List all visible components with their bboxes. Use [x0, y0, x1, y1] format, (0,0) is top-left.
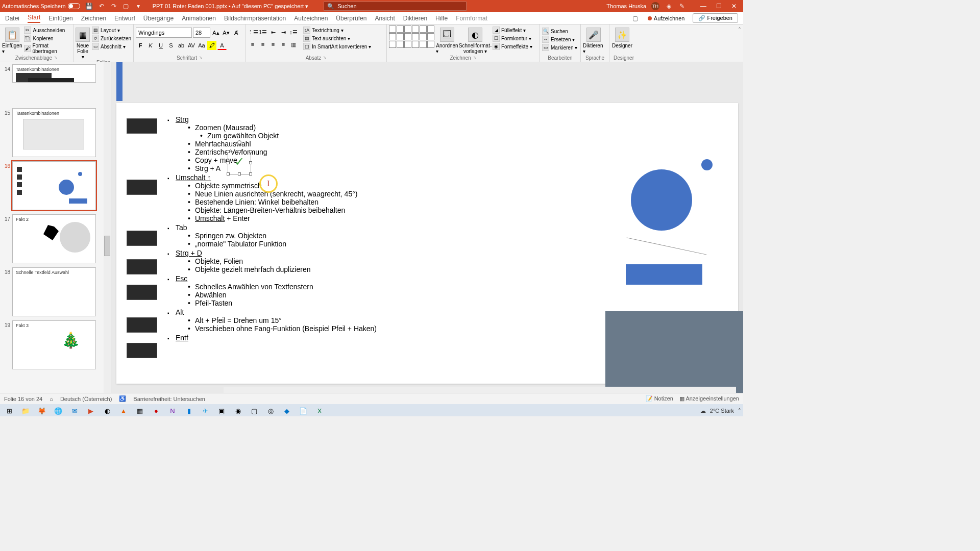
tab-einfuegen[interactable]: Einfügen — [48, 15, 72, 22]
launcher-icon[interactable]: ↘ — [323, 55, 327, 61]
app4-icon[interactable]: ▣ — [214, 405, 229, 416]
minimize-button[interactable]: — — [696, 0, 710, 12]
thumb-18[interactable]: 18Schnelle Textfeld Auswahl — [1, 267, 108, 316]
columns-button[interactable]: ▥ — [289, 40, 298, 49]
onenote-icon[interactable]: N — [165, 405, 180, 416]
shrink-font-button[interactable]: A▾ — [222, 28, 231, 37]
select-button[interactable]: ▭Markieren ▾ — [542, 44, 577, 51]
maximize-button[interactable]: ☐ — [712, 0, 726, 12]
language-label[interactable]: Deutsch (Österreich) — [60, 396, 112, 402]
save-icon[interactable]: 💾 — [85, 2, 93, 10]
telegram-icon[interactable]: ✈ — [198, 405, 212, 416]
app2-icon[interactable]: ▦ — [133, 405, 147, 416]
tab-animationen[interactable]: Animationen — [182, 15, 216, 22]
launcher-icon[interactable]: ↘ — [54, 55, 58, 61]
tab-formformat[interactable]: Formformat — [456, 15, 487, 22]
outline-button[interactable]: ☐Formkontur ▾ — [493, 35, 532, 42]
slideshow-icon[interactable]: ▢ — [122, 2, 130, 10]
tab-diktieren[interactable]: Diktieren — [403, 15, 427, 22]
app5-icon[interactable]: ▢ — [247, 405, 261, 416]
outlook-icon[interactable]: ✉ — [67, 405, 82, 416]
access-icon[interactable]: ♿ — [119, 395, 126, 402]
rotate-handle[interactable] — [237, 140, 241, 144]
thumb-scrollbar[interactable] — [104, 62, 111, 393]
vlc-icon[interactable]: ▲ — [116, 405, 131, 416]
obs-icon[interactable]: ◉ — [231, 405, 245, 416]
thumb-19[interactable]: 19Fakt 3🎄 — [1, 320, 108, 369]
effects-button[interactable]: ◉Formeffekte ▾ — [493, 43, 532, 50]
chrome-icon[interactable]: 🌐 — [51, 405, 65, 416]
search-input[interactable]: 🔍 Suchen — [324, 2, 467, 11]
slide-text-content[interactable]: Strg Zoomen (Mausrad) Zum gewählten Obje… — [167, 115, 728, 343]
undo-icon[interactable]: ↶ — [97, 2, 106, 10]
fill-button[interactable]: ◢Fülleffekt ▾ — [493, 27, 532, 34]
autosave-toggle[interactable]: Automatisches Speichern — [2, 3, 80, 9]
app-icon[interactable]: ◐ — [100, 405, 114, 416]
explorer-icon[interactable]: 📁 — [18, 405, 33, 416]
underline-button[interactable]: U — [156, 41, 165, 50]
firefox-icon[interactable]: 🦊 — [35, 405, 49, 416]
designer-button[interactable]: ✨Designer — [611, 26, 633, 48]
dictate-button[interactable]: 🎤Diktieren ▾ — [583, 26, 604, 54]
blue-rect-1[interactable] — [626, 264, 702, 285]
weather-label[interactable]: 2°C Stark — [710, 408, 734, 414]
smartart-button[interactable]: ◫In SmartArt konvertieren ▾ — [303, 43, 371, 50]
bullets-button[interactable]: ⋮☰ — [248, 28, 257, 37]
cut-button[interactable]: ✂Ausschneiden — [24, 27, 71, 34]
font-size-input[interactable]: 28 — [193, 28, 210, 38]
italic-button[interactable]: K — [146, 41, 155, 50]
new-slide-button[interactable]: ▦Neue Folie ▾ — [76, 26, 90, 60]
toggle-icon[interactable] — [68, 3, 80, 9]
blue-circle-small[interactable] — [701, 159, 713, 170]
notes-button[interactable]: 📝 Notizen — [646, 395, 673, 402]
slide-editor[interactable]: Strg Zoomen (Mausrad) Zum gewählten Obje… — [111, 62, 743, 393]
powerpoint-icon[interactable]: ▶ — [84, 405, 98, 416]
launcher-icon[interactable]: ↘ — [473, 55, 477, 61]
tab-hilfe[interactable]: Hilfe — [435, 15, 448, 22]
paste-button[interactable]: 📋Einfügen ▾ — [2, 26, 22, 54]
copy-button[interactable]: ⿻Kopieren — [24, 35, 71, 42]
blue-circle-large[interactable] — [631, 169, 692, 231]
font-name-input[interactable]: Wingdings — [136, 28, 192, 38]
tab-bildschirm[interactable]: Bildschirmpräsentation — [224, 15, 286, 22]
reset-button[interactable]: ↺Zurücksetzen — [92, 35, 131, 42]
find-button[interactable]: 🔍Suchen — [542, 28, 577, 35]
app8-icon[interactable]: 📄 — [296, 405, 310, 416]
line-spacing-button[interactable]: ↕☰ — [289, 28, 298, 37]
file-title[interactable]: PPT 01 Roter Faden 001.pptx • Auf "diese… — [153, 3, 308, 10]
clear-format-button[interactable]: A̸ — [232, 28, 241, 37]
app3-icon[interactable]: ● — [149, 405, 163, 416]
grow-font-button[interactable]: A▴ — [211, 28, 220, 37]
record-button[interactable]: Aufzeichnen — [644, 14, 689, 22]
tab-ansicht[interactable]: Ansicht — [375, 15, 395, 22]
thumb-15[interactable]: 15Tastenkombinationen — [1, 108, 108, 157]
shadow-button[interactable]: ab — [177, 41, 186, 50]
numbering-button[interactable]: 1☰ — [258, 28, 267, 37]
horizontal-scrollbar[interactable] — [224, 387, 736, 393]
tab-aufzeichnen[interactable]: Aufzeichnen — [294, 15, 328, 22]
avatar[interactable]: TH — [651, 2, 659, 10]
justify-button[interactable]: ≡ — [279, 40, 288, 49]
app7-icon[interactable]: ◆ — [280, 405, 294, 416]
text-align-button[interactable]: ▤Text ausrichten ▾ — [303, 35, 371, 42]
align-left-button[interactable]: ≡ — [248, 40, 257, 49]
user-name[interactable]: Thomas Hruska — [606, 3, 646, 9]
tab-start[interactable]: Start — [28, 14, 40, 23]
slide-counter[interactable]: Folie 16 von 24 — [4, 396, 42, 402]
start-button[interactable]: ⊞ — [2, 405, 16, 416]
lang-icon[interactable]: ⌂ — [50, 396, 53, 402]
thumb-17[interactable]: 17Fakt 2 — [1, 214, 108, 263]
replace-button[interactable]: ↔Ersetzen ▾ — [542, 36, 577, 43]
weather-icon[interactable]: ☁ — [700, 408, 706, 414]
shape-gallery[interactable] — [389, 26, 434, 48]
spacing-button[interactable]: AV — [187, 41, 196, 50]
bold-button[interactable]: F — [136, 41, 145, 50]
section-button[interactable]: ▭Abschnitt ▾ — [92, 43, 131, 50]
align-right-button[interactable]: ≡ — [268, 40, 278, 49]
align-center-button[interactable]: ≡ — [258, 40, 267, 49]
share-button[interactable]: 🔗 Freigeben — [693, 13, 738, 23]
thumb-16[interactable]: 16 — [1, 161, 108, 210]
collapse-icon[interactable]: ˄ — [738, 27, 741, 34]
tray-chevron-icon[interactable]: ˄ — [738, 408, 741, 414]
tab-zeichnen[interactable]: Zeichnen — [81, 15, 106, 22]
